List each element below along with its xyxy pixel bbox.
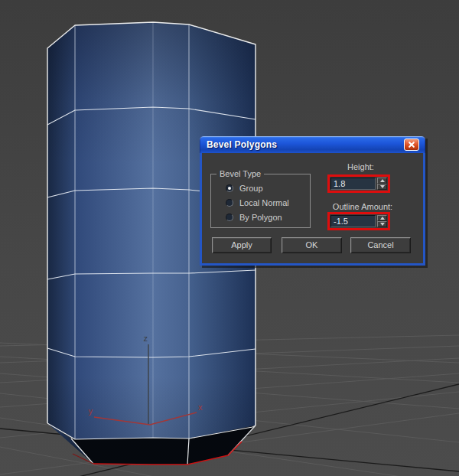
outline-annotation-box — [327, 212, 390, 230]
bevel-type-groupbox: Bevel Type Group Local Normal By Polygon — [210, 174, 311, 228]
radio-by-polygon[interactable]: By Polygon — [226, 212, 282, 223]
dialog-titlebar[interactable]: Bevel Polygons — [200, 136, 425, 153]
close-button[interactable] — [404, 139, 419, 151]
radio-by-polygon-label: By Polygon — [239, 213, 282, 222]
arrow-up-icon — [380, 179, 385, 182]
arrow-down-icon — [380, 185, 385, 188]
radio-group[interactable]: Group — [226, 183, 263, 194]
radio-selected-icon[interactable] — [226, 184, 233, 192]
apply-button[interactable]: Apply — [212, 237, 272, 253]
height-input[interactable] — [330, 178, 376, 190]
ok-button[interactable]: OK — [282, 237, 342, 253]
outline-amount-input[interactable] — [330, 215, 376, 227]
outline-spinner-down[interactable] — [377, 221, 387, 227]
height-label: Height: — [324, 162, 397, 171]
bevel-type-legend: Bevel Type — [216, 169, 264, 178]
cancel-button[interactable]: Cancel — [350, 237, 411, 253]
arrow-up-icon — [380, 217, 385, 220]
outline-spinner — [377, 215, 387, 227]
height-spinner-up[interactable] — [377, 178, 387, 184]
outline-spinner-up[interactable] — [377, 215, 387, 221]
radio-local-normal[interactable]: Local Normal — [226, 197, 289, 208]
dialog-body: Bevel Type Group Local Normal By Polygon… — [200, 153, 425, 266]
radio-local-normal-label: Local Normal — [239, 198, 289, 207]
radio-group-label: Group — [239, 184, 263, 193]
arrow-down-icon — [380, 223, 385, 226]
axis-z-label: z — [144, 334, 148, 343]
radio-unselected-icon[interactable] — [226, 199, 233, 207]
axis-x-label: x — [198, 403, 203, 412]
radio-unselected-icon[interactable] — [226, 214, 233, 221]
bevel-polygons-dialog: Bevel Polygons Bevel Type Group Local No… — [200, 136, 425, 266]
max-viewport-screenshot: z y x Bevel Polygons Bevel Type Group — [0, 0, 459, 476]
height-spinner-down[interactable] — [377, 184, 387, 190]
dialog-title: Bevel Polygons — [207, 136, 277, 153]
height-spinner — [377, 178, 387, 190]
axis-y-label: y — [89, 406, 93, 416]
outline-amount-label: Outline Amount: — [324, 202, 401, 211]
height-annotation-box — [327, 174, 390, 193]
